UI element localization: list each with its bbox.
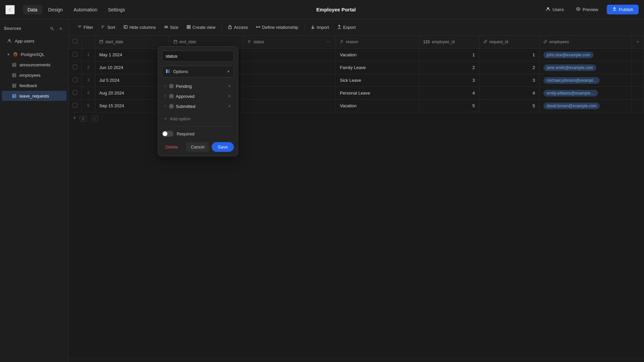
publish-icon <box>612 7 617 12</box>
sidebar-search-button[interactable] <box>48 25 56 32</box>
employees-label: employees <box>19 73 41 78</box>
table-icon <box>11 72 17 78</box>
sidebar: Sources <box>0 19 69 362</box>
sidebar-item-announcements[interactable]: announcements <box>2 60 66 70</box>
sidebar-search-add <box>48 25 64 32</box>
postgresql-label: PostgreSQL <box>21 52 45 57</box>
tab-settings[interactable]: Settings <box>103 5 130 14</box>
app-users-label: App users <box>15 39 35 44</box>
option-dot-approved <box>169 94 174 99</box>
svg-rect-12 <box>12 73 16 77</box>
drag-handle-submitted[interactable]: ⠿ <box>163 104 167 109</box>
preview-label: Preview <box>583 7 598 12</box>
svg-point-6 <box>8 39 10 41</box>
tab-design[interactable]: Design <box>44 5 68 14</box>
table-icon <box>11 83 17 88</box>
table-icon <box>11 93 17 99</box>
svg-rect-16 <box>12 84 16 87</box>
svg-rect-8 <box>12 63 16 66</box>
popup-actions: Delete Cancel Save <box>162 142 234 152</box>
drag-handle-approved[interactable]: ⠿ <box>163 94 167 99</box>
sidebar-add-button[interactable] <box>57 25 64 32</box>
main-layout: Sources <box>0 19 644 362</box>
chevron-icon: ▼ <box>7 53 10 56</box>
sidebar-item-postgresql[interactable]: ▼ PostgreSQL <box>2 49 66 59</box>
required-label: Required <box>177 131 195 136</box>
preview-button[interactable]: Preview <box>573 5 601 14</box>
svg-rect-20 <box>12 94 16 98</box>
type-selector[interactable]: Options ▼ <box>162 66 234 77</box>
plus-icon-option: ＋ <box>163 116 168 122</box>
required-row: Required <box>162 129 234 138</box>
user-icon <box>546 7 550 12</box>
right-actions: Users Preview Publish <box>542 5 639 14</box>
field-name-input[interactable] <box>162 51 234 62</box>
option-remove-pending[interactable]: ✕ <box>226 83 232 89</box>
required-toggle[interactable] <box>162 131 173 137</box>
field-editor-popup: Options ▼ ⠿ Pending ✕ ⠿ <box>158 46 238 156</box>
drag-handle-pending[interactable]: ⠿ <box>163 84 167 89</box>
app-title: Employee Portal <box>138 7 535 12</box>
cancel-button[interactable]: Cancel <box>186 142 209 152</box>
sidebar-item-leave-requests[interactable]: leave_requests <box>2 91 66 101</box>
svg-rect-48 <box>166 70 167 71</box>
publish-label: Publish <box>619 7 633 12</box>
option-label-submitted: Submitted <box>176 104 224 109</box>
svg-point-1 <box>578 8 579 10</box>
sidebar-item-app-users[interactable]: App users <box>2 36 66 46</box>
popup-divider <box>162 126 234 127</box>
table-icon <box>11 62 17 67</box>
nav-tabs: Data Design Automation Settings <box>23 5 130 14</box>
add-option-label: Add option <box>170 116 191 121</box>
option-label-approved: Approved <box>176 94 224 99</box>
options-icon <box>166 69 170 74</box>
user-icon <box>7 38 12 44</box>
type-label: Options <box>173 69 188 74</box>
option-dot-pending <box>169 84 174 88</box>
tab-automation[interactable]: Automation <box>69 5 102 14</box>
svg-line-3 <box>53 29 54 30</box>
users-button[interactable]: Users <box>542 5 567 14</box>
toggle-knob <box>163 131 167 136</box>
option-remove-submitted[interactable]: ✕ <box>226 103 232 109</box>
sidebar-item-feedback[interactable]: feedback <box>2 80 66 90</box>
sidebar-header: Sources <box>0 23 68 36</box>
sources-label: Sources <box>4 26 21 31</box>
sidebar-db-section: ▼ PostgreSQL <box>0 49 68 101</box>
feedback-label: feedback <box>19 83 37 88</box>
save-button[interactable]: Save <box>212 142 234 152</box>
delete-button[interactable]: Delete <box>162 142 181 152</box>
svg-point-0 <box>547 7 549 9</box>
announcements-label: announcements <box>19 62 51 67</box>
option-label-pending: Pending <box>176 84 224 89</box>
option-item-pending: ⠿ Pending ✕ <box>162 81 234 91</box>
leave-requests-label: leave_requests <box>19 94 49 99</box>
preview-icon <box>576 7 581 12</box>
content-area: Filter Sort Hide columns <box>69 19 644 362</box>
svg-point-7 <box>14 53 17 54</box>
back-button[interactable] <box>5 5 15 14</box>
options-list: ⠿ Pending ✕ ⠿ Approved ✕ ⠿ <box>162 81 234 111</box>
option-item-approved: ⠿ Approved ✕ <box>162 92 234 101</box>
popup-overlay[interactable]: Options ▼ ⠿ Pending ✕ ⠿ <box>69 19 644 362</box>
svg-point-2 <box>51 27 53 29</box>
option-item-submitted: ⠿ Submitted ✕ <box>162 102 234 111</box>
svg-rect-50 <box>166 72 167 73</box>
add-option-button[interactable]: ＋ Add option <box>162 114 234 124</box>
option-remove-approved[interactable]: ✕ <box>226 93 232 99</box>
publish-button[interactable]: Publish <box>607 5 639 14</box>
top-nav: Data Design Automation Settings Employee… <box>0 0 644 19</box>
chevron-down-icon: ▼ <box>227 70 230 73</box>
tab-data[interactable]: Data <box>23 5 42 14</box>
users-label: Users <box>552 7 564 12</box>
svg-rect-49 <box>166 71 167 72</box>
db-icon <box>13 52 18 57</box>
sidebar-item-employees[interactable]: employees <box>2 70 66 80</box>
option-dot-submitted <box>169 104 174 109</box>
